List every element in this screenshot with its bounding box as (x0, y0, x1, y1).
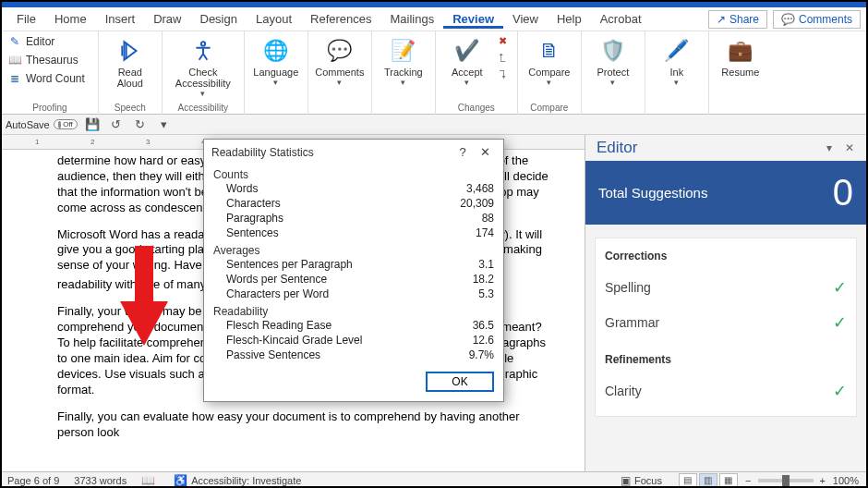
menu-view[interactable]: View (503, 9, 548, 29)
menu-acrobat[interactable]: Acrobat (591, 9, 651, 29)
check-icon: ✓ (833, 277, 847, 298)
status-spellcheck[interactable]: 📖 (141, 474, 159, 487)
ink-button[interactable]: 🖊️ Ink ▾ (651, 33, 703, 89)
wordcount-command[interactable]: ≣ Word Count (7, 70, 85, 87)
menu-layout[interactable]: Layout (247, 9, 301, 29)
comments-label: Comments (799, 13, 852, 26)
accessibility-icon (187, 35, 219, 67)
language-label: Language (253, 67, 298, 78)
menu-mailings[interactable]: Mailings (381, 9, 444, 29)
chevron-down-icon: ▾ (401, 78, 405, 87)
menu-review[interactable]: Review (443, 9, 503, 29)
readability-heading: Readability (204, 301, 503, 318)
total-suggestions-value: 0 (833, 172, 853, 214)
dialog-close-button[interactable]: ✕ (474, 145, 496, 159)
tracking-label: Tracking (384, 67, 423, 78)
next-change-button[interactable]: ⮧ (495, 67, 512, 81)
quick-access-row: AutoSave Off 💾 ↺ ↻ ▾ (2, 115, 866, 135)
clarity-label: Clarity (605, 384, 642, 398)
focus-mode-button[interactable]: ▣ Focus (621, 474, 662, 487)
comments-ribbon-button[interactable]: 💬 Comments ▾ (314, 33, 366, 89)
qat-more-button[interactable]: ▾ (155, 116, 174, 134)
tracking-button[interactable]: 📝 Tracking ▾ (378, 33, 429, 89)
status-words[interactable]: 3733 words (74, 475, 127, 486)
comment-bubble-icon: 💬 (324, 35, 356, 67)
stat-row: Sentences per Paragraph3.1 (204, 257, 503, 272)
read-mode-view[interactable]: ▤ (679, 473, 697, 488)
focus-icon: ▣ (621, 474, 631, 487)
accept-icon: ✔️ (452, 35, 483, 67)
ribbon-group-comments: 💬 Comments ▾ (308, 31, 372, 115)
tracking-icon: 📝 (388, 35, 419, 67)
stat-row: Sentences174 (204, 226, 503, 240)
share-button[interactable]: ↗ Share (708, 10, 767, 29)
check-icon: ✓ (833, 312, 847, 333)
editor-label: Editor (26, 35, 54, 48)
menu-references[interactable]: References (301, 9, 380, 29)
comments-button[interactable]: 💬 Comments (773, 10, 861, 29)
read-aloud-button[interactable]: Read Aloud (104, 33, 156, 91)
share-label: Share (729, 13, 759, 26)
protect-button[interactable]: 🛡️ Protect ▾ (587, 33, 639, 89)
grammar-row[interactable]: Grammar ✓ (605, 305, 847, 340)
grammar-label: Grammar (605, 315, 659, 330)
status-accessibility[interactable]: ♿ Accessibility: Investigate (174, 474, 301, 487)
chevron-down-icon: ▾ (674, 78, 679, 87)
ink-icon: 🖊️ (661, 35, 693, 67)
autosave-state: Off (63, 120, 73, 128)
resume-button[interactable]: 💼 Resume (715, 33, 766, 79)
protect-label: Protect (597, 67, 629, 78)
dialog-ok-button[interactable]: OK (426, 372, 494, 392)
chevron-down-icon: ▾ (547, 78, 551, 87)
check-accessibility-label: Check Accessibility (175, 67, 231, 89)
ribbon-group-compare: 🗎 Compare ▾ Compare (518, 31, 582, 115)
status-page[interactable]: Page 6 of 9 (7, 475, 59, 486)
redo-button[interactable]: ↻ (131, 116, 150, 134)
menu-design[interactable]: Design (191, 9, 247, 29)
dialog-help-button[interactable]: ? (452, 145, 474, 159)
compare-button[interactable]: 🗎 Compare ▾ (524, 33, 575, 89)
menu-tabs: File Home Insert Draw Design Layout Refe… (2, 7, 866, 31)
previous-change-button[interactable]: ⮤ (495, 50, 512, 65)
editor-pane-close[interactable]: ✕ (842, 141, 857, 154)
check-accessibility-button[interactable]: Check Accessibility ▾ (168, 33, 238, 100)
ribbon-group-speech: Read Aloud Speech (99, 31, 163, 115)
total-suggestions-label: Total Suggestions (598, 185, 707, 201)
chevron-down-icon: ▾ (161, 117, 167, 131)
accept-button[interactable]: ✔️ Accept ▾ (441, 33, 493, 89)
zoom-in-button[interactable]: + (819, 475, 825, 486)
menu-draw[interactable]: Draw (144, 9, 190, 29)
menu-help[interactable]: Help (548, 9, 591, 29)
web-layout-view[interactable]: ▦ (719, 473, 738, 488)
stat-row: Flesch Reading Ease36.5 (204, 318, 503, 333)
zoom-slider[interactable] (758, 479, 814, 482)
clarity-row[interactable]: Clarity ✓ (605, 373, 847, 409)
reject-icon: ✖ (499, 35, 507, 47)
ribbon-group-tracking: 📝 Tracking ▾ (372, 31, 436, 115)
save-button[interactable]: 💾 (83, 116, 102, 134)
editor-pane-dropdown[interactable]: ▾ (822, 141, 837, 154)
zoom-thumb[interactable] (782, 475, 790, 486)
autosave-toggle[interactable]: Off (54, 119, 78, 129)
menu-home[interactable]: Home (45, 9, 96, 29)
changes-group-label: Changes (441, 103, 512, 115)
focus-label: Focus (634, 475, 662, 486)
editor-command[interactable]: ✎ Editor (7, 33, 85, 50)
print-layout-view[interactable]: ▥ (699, 473, 717, 488)
menu-file[interactable]: File (7, 9, 45, 29)
undo-button[interactable]: ↺ (107, 116, 126, 134)
menu-insert[interactable]: Insert (96, 9, 145, 29)
comments-ribbon-label: Comments (315, 67, 364, 78)
zoom-out-button[interactable]: − (745, 475, 751, 486)
prev-icon: ⮤ (498, 52, 508, 63)
zoom-value[interactable]: 100% (833, 475, 859, 486)
editor-icon: ✎ (7, 34, 22, 49)
ribbon-group-resume: 💼 Resume (709, 31, 772, 115)
share-icon: ↗ (717, 13, 726, 26)
editor-corrections-list: Corrections Spelling ✓ Grammar ✓ Refinem… (595, 238, 857, 417)
spelling-row[interactable]: Spelling ✓ (605, 270, 847, 305)
thesaurus-command[interactable]: 📖 Thesaurus (7, 52, 85, 68)
stat-row: Words3,468 (204, 181, 503, 196)
language-button[interactable]: 🌐 Language ▾ (250, 33, 302, 89)
reject-button[interactable]: ✖ (495, 33, 512, 48)
